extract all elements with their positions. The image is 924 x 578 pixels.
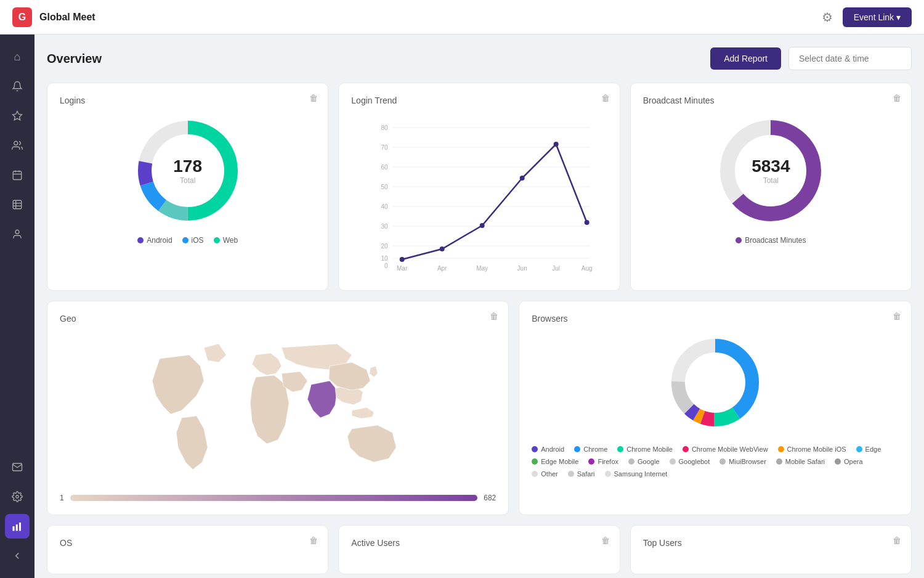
legend-google: Google	[628, 458, 659, 465]
opera-label: Opera	[844, 458, 863, 465]
login-trend-chart: 80 70 60 50 40 30 20 10 0 Mar Apr May Ju…	[351, 115, 607, 275]
logins-value: 178	[173, 157, 202, 176]
svg-point-46	[520, 176, 525, 181]
sidebar-item-analytics[interactable]	[5, 514, 30, 539]
browsers-delete-icon[interactable]: 🗑	[893, 311, 901, 321]
legend-opera: Opera	[835, 458, 863, 465]
svg-rect-13	[16, 524, 18, 531]
active-users-delete-icon[interactable]: 🗑	[601, 535, 610, 545]
broadcast-center: 5834 Total	[752, 157, 790, 185]
legend-ios: iOS	[182, 236, 204, 245]
broadcast-legend-label: Broadcast Minutes	[745, 236, 806, 245]
geo-scale: 1 682	[60, 494, 496, 502]
geo-title: Geo	[60, 314, 496, 324]
broadcast-donut-container: 5834 Total Broadcast Minutes	[643, 115, 899, 245]
sidebar-item-users[interactable]	[5, 133, 30, 158]
broadcast-donut: 5834 Total	[715, 115, 826, 226]
sidebar-item-settings[interactable]	[5, 484, 30, 509]
gear-icon[interactable]: ⚙	[822, 10, 833, 25]
mobile-safari-dot	[776, 458, 782, 465]
legend-chrome-mobile: Chrome Mobile	[617, 446, 673, 453]
geo-max: 682	[484, 494, 496, 502]
chrome-dot	[574, 446, 580, 452]
googlebot-dot	[670, 458, 676, 465]
firefox-label: Firefox	[598, 458, 618, 465]
browsers-card: Browsers 🗑	[519, 301, 912, 515]
geo-gradient	[70, 495, 478, 501]
os-delete-icon[interactable]: 🗑	[309, 535, 318, 545]
svg-text:20: 20	[381, 243, 389, 250]
legend-edge: Edge	[856, 446, 881, 453]
googlebot-label: Googlebot	[679, 458, 710, 465]
svg-text:70: 70	[381, 144, 389, 151]
legend-browser-chrome: Chrome	[574, 446, 607, 453]
login-trend-title: Login Trend	[351, 96, 607, 105]
top-users-delete-icon[interactable]: 🗑	[893, 535, 901, 545]
geo-min: 1	[60, 494, 64, 502]
active-users-title: Active Users	[351, 538, 607, 548]
sidebar-item-home[interactable]: ⌂	[5, 44, 30, 69]
sidebar-item-calendar[interactable]	[5, 163, 30, 187]
add-report-button[interactable]: Add Report	[710, 47, 781, 70]
bottom-row: 🗑 OS 🗑 Active Users 🗑 Top Users	[47, 525, 912, 574]
legend-mobile-safari: Mobile Safari	[776, 458, 825, 465]
other-dot	[532, 471, 538, 477]
svg-point-45	[480, 223, 485, 228]
broadcast-value: 5834	[752, 157, 790, 176]
login-trend-delete-icon[interactable]: 🗑	[601, 93, 610, 103]
logins-legend: Android iOS Web	[137, 236, 238, 245]
svg-text:30: 30	[381, 223, 389, 230]
other-label: Other	[541, 470, 558, 478]
chrome-mobile-dot	[617, 446, 623, 452]
svg-text:80: 80	[381, 124, 389, 131]
chrome-mobile-webview-label: Chrome Mobile WebView	[692, 446, 768, 453]
legend-chrome-mobile-webview: Chrome Mobile WebView	[683, 446, 768, 453]
svg-marker-0	[13, 112, 22, 120]
android-dot	[137, 237, 144, 243]
browsers-title: Browsers	[532, 314, 899, 324]
svg-point-44	[440, 246, 445, 251]
miui-label: MiuiBrowser	[729, 458, 766, 465]
logins-delete-icon[interactable]: 🗑	[309, 93, 318, 103]
firefox-dot	[588, 458, 594, 465]
topnav-right: ⚙ Event Link ▾	[822, 7, 912, 27]
event-link-button[interactable]: Event Link ▾	[843, 7, 912, 27]
chrome-mobile-label: Chrome Mobile	[626, 446, 673, 453]
sidebar-item-star[interactable]	[5, 104, 30, 128]
miui-dot	[719, 458, 726, 465]
broadcast-delete-icon[interactable]: 🗑	[893, 93, 901, 103]
safari-dot	[568, 471, 574, 477]
sidebar-item-table[interactable]	[5, 192, 30, 217]
date-input[interactable]	[788, 47, 912, 70]
sidebar-item-back[interactable]	[5, 543, 30, 568]
browsers-legend: Android Chrome Chrome Mobile Chrome Mobi…	[532, 446, 899, 478]
page-title: Overview	[47, 52, 102, 66]
google-label: Google	[638, 458, 659, 465]
sidebar-item-bell[interactable]	[5, 74, 30, 99]
browser-android-dot	[532, 446, 538, 452]
logins-card: Logins 🗑	[47, 83, 328, 291]
legend-other: Other	[532, 470, 558, 478]
svg-point-48	[585, 220, 590, 225]
legend-android: Android	[137, 236, 172, 245]
svg-rect-6	[13, 200, 22, 209]
broadcast-legend: Broadcast Minutes	[736, 236, 806, 245]
app-logo: G	[12, 7, 32, 27]
page-actions: Add Report	[710, 47, 912, 70]
svg-point-10	[15, 230, 19, 234]
ios-label: iOS	[192, 236, 204, 245]
edge-mobile-dot	[532, 458, 538, 465]
svg-rect-2	[13, 171, 22, 180]
svg-text:Jul: Jul	[553, 265, 561, 272]
sidebar-item-person[interactable]	[5, 222, 30, 246]
sidebar-item-mail[interactable]	[5, 455, 30, 479]
top-row: Logins 🗑	[47, 83, 912, 291]
legend-miui: MiuiBrowser	[719, 458, 766, 465]
edge-label: Edge	[865, 446, 881, 453]
page-header: Overview Add Report	[47, 47, 912, 70]
svg-text:May: May	[477, 265, 488, 272]
geo-delete-icon[interactable]: 🗑	[490, 311, 498, 321]
geo-card: Geo 🗑	[47, 301, 509, 515]
app-title: Global Meet	[39, 12, 95, 23]
logins-donut-container: 178 Total Android iOS Web	[60, 115, 315, 245]
